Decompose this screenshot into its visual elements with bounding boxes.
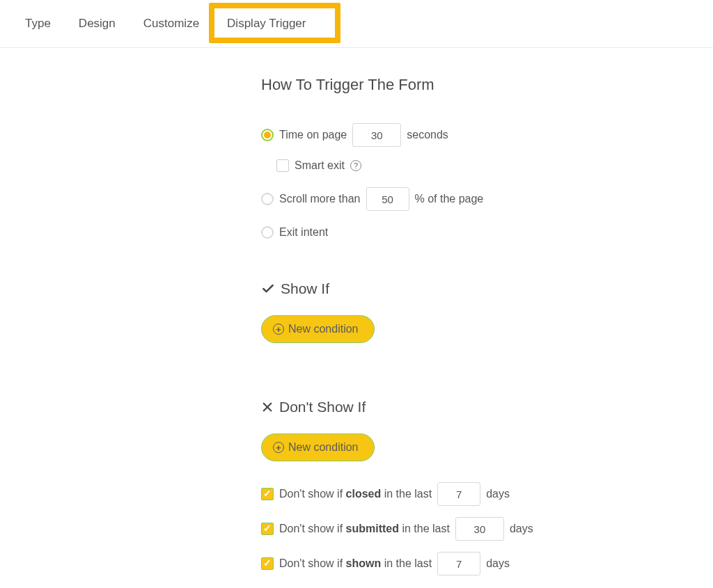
rule-shown-suffix: days: [486, 557, 510, 570]
new-condition-dont-show-label: New condition: [288, 441, 359, 454]
tab-display-trigger[interactable]: Display Trigger: [227, 17, 306, 31]
show-if-title-row: Show If: [261, 280, 696, 297]
content-area: How To Trigger The Form Time on page sec…: [0, 48, 696, 575]
radio-scroll[interactable]: [261, 193, 274, 205]
dont-show-if-section: Don't Show If + New condition Don't show…: [261, 399, 696, 575]
new-condition-show-if-label: New condition: [288, 323, 359, 335]
show-if-title: Show If: [281, 280, 329, 297]
trigger-exit-intent: Exit intent: [261, 226, 696, 239]
trigger-scroll: Scroll more than % of the page: [261, 187, 696, 211]
input-scroll-percent[interactable]: [366, 187, 409, 211]
rule-shown: Don't show if shown in the last days: [261, 552, 696, 575]
input-rule-submitted-days[interactable]: [455, 517, 504, 541]
plus-icon: +: [273, 324, 284, 335]
rule-submitted: Don't show if submitted in the last days: [261, 517, 696, 541]
rule-submitted-text: Don't show if submitted in the last: [279, 523, 450, 535]
input-rule-shown-days[interactable]: [437, 552, 480, 575]
new-condition-show-if-button[interactable]: + New condition: [261, 315, 375, 343]
section-title-trigger: How To Trigger The Form: [261, 76, 696, 94]
tab-customize[interactable]: Customize: [143, 17, 199, 31]
dont-show-if-title: Don't Show If: [279, 399, 366, 415]
x-icon: [261, 401, 274, 413]
label-scroll-after: % of the page: [415, 193, 484, 205]
rule-shown-text: Don't show if shown in the last: [279, 557, 432, 570]
tab-bar: Type Design Customize Display Trigger: [0, 0, 713, 48]
show-if-section: Show If + New condition: [261, 280, 696, 371]
rule-submitted-suffix: days: [510, 523, 533, 535]
rule-closed-suffix: days: [486, 488, 510, 500]
check-icon: [261, 282, 275, 296]
checkbox-smart-exit[interactable]: [276, 159, 289, 172]
rule-closed-text: Don't show if closed in the last: [279, 488, 432, 500]
input-rule-closed-days[interactable]: [437, 482, 480, 506]
radio-exit-intent[interactable]: [261, 226, 274, 239]
page-root: Type Design Customize Display Trigger Ho…: [0, 0, 713, 588]
checkbox-rule-closed[interactable]: [261, 488, 274, 500]
label-time-on-page-after: seconds: [407, 129, 448, 141]
label-smart-exit: Smart exit: [295, 159, 345, 172]
checkbox-rule-submitted[interactable]: [261, 523, 274, 535]
label-time-on-page-before: Time on page: [279, 129, 347, 141]
tab-type[interactable]: Type: [25, 17, 51, 31]
label-scroll-before: Scroll more than: [279, 193, 361, 205]
radio-time-on-page[interactable]: [261, 129, 274, 141]
help-icon[interactable]: ?: [350, 160, 361, 171]
checkbox-rule-shown[interactable]: [261, 557, 274, 570]
tab-design[interactable]: Design: [79, 17, 116, 31]
new-condition-dont-show-button[interactable]: + New condition: [261, 434, 375, 461]
trigger-smart-exit: Smart exit ?: [276, 159, 696, 172]
rule-closed: Don't show if closed in the last days: [261, 482, 696, 506]
plus-icon: +: [273, 442, 284, 453]
trigger-options: Time on page seconds Smart exit ? Scroll…: [261, 123, 696, 239]
input-time-on-page-seconds[interactable]: [352, 123, 401, 147]
dont-show-if-title-row: Don't Show If: [261, 399, 696, 415]
label-exit-intent: Exit intent: [279, 226, 328, 239]
trigger-time-on-page: Time on page seconds: [261, 123, 696, 147]
